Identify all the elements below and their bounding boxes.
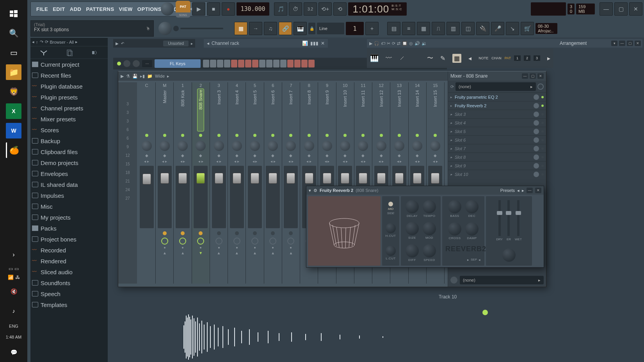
step-button[interactable]	[217, 60, 223, 67]
minimize-icon[interactable]: —	[527, 188, 533, 193]
expand-icon[interactable]: ›	[6, 247, 21, 263]
browser-item[interactable]: Impulses	[30, 190, 108, 201]
mixer-track[interactable]: 3Insert 3◆◂ ▸▲	[210, 82, 228, 284]
browser-item[interactable]: My projects	[30, 212, 108, 223]
fx-slot[interactable]: ▸Slot 5	[448, 127, 546, 135]
fx-slot[interactable]: ▸Slot 8	[448, 153, 546, 161]
dropdown-icon[interactable]: ▸	[75, 39, 78, 44]
up-icon[interactable]: ↑	[36, 40, 38, 44]
step-button[interactable]	[203, 60, 209, 67]
cross-knob[interactable]	[448, 222, 461, 236]
tag-icon[interactable]: 🏷	[381, 41, 385, 46]
prev-icon[interactable]: ◂	[468, 55, 471, 62]
channel-name-button[interactable]: FL Keys	[155, 59, 201, 68]
collapse-icon[interactable]: ◂	[207, 41, 209, 46]
eq-icon[interactable]: ⟳	[450, 84, 454, 89]
note-icon[interactable]: ♪	[6, 303, 21, 319]
browser-item[interactable]: Speech	[30, 288, 108, 299]
next-icon[interactable]: ▸	[547, 55, 550, 62]
dropdown-icon[interactable]: ▾	[611, 41, 617, 46]
mod-knob[interactable]	[423, 222, 436, 235]
mixer-track[interactable]: 7Insert 7◆◂ ▸▲	[282, 82, 300, 284]
dropdown-icon[interactable]: ▾	[309, 188, 311, 193]
out-knob[interactable]	[502, 248, 516, 262]
bass-knob[interactable]	[448, 200, 461, 213]
wifi-icon[interactable]: 📶	[8, 275, 14, 280]
audio-icon[interactable]	[91, 50, 98, 55]
view-plugin-button[interactable]: ◫	[461, 22, 475, 35]
diff-knob[interactable]	[406, 244, 419, 257]
cut-icon[interactable]: ✂	[387, 41, 390, 46]
brave-icon[interactable]: 🦁	[6, 84, 21, 99]
start-button[interactable]	[6, 6, 21, 21]
play-button[interactable]: ▶	[192, 2, 205, 16]
step-button[interactable]	[245, 60, 251, 67]
midi-icon[interactable]: 🎹	[294, 22, 307, 35]
main-volume-knob[interactable]	[161, 2, 174, 16]
folder-icon[interactable]: 📁	[147, 74, 153, 79]
browser-item[interactable]: 〰Plugin presets	[30, 92, 108, 103]
lock-icon[interactable]: 🔒	[308, 23, 315, 34]
browser-item[interactable]: Current project	[30, 59, 108, 70]
channel-group-selector[interactable]: Unsorted	[163, 41, 189, 46]
browser-item[interactable]: 〰Rendered	[30, 256, 108, 266]
step-button[interactable]	[273, 60, 279, 67]
output-icon[interactable]	[450, 277, 457, 284]
bars-icon[interactable]: ▮▮▮	[310, 41, 318, 46]
ripple-icon[interactable]: ⇄	[397, 41, 400, 46]
browser-item[interactable]: 〰Mixer presets	[30, 114, 108, 124]
browser-item[interactable]: 〰Plugin database	[30, 81, 108, 92]
network-icon[interactable]: 🖧	[15, 275, 20, 280]
close-icon[interactable]: ✕	[535, 188, 541, 193]
sound-out-icon[interactable]: 🔊	[415, 41, 420, 46]
mixer-input-select[interactable]: (none)▸	[455, 82, 536, 91]
excel-icon[interactable]: X	[6, 103, 21, 119]
browser-item[interactable]: 〰Sliced audio	[30, 266, 108, 277]
close-all-icon[interactable]: ↘	[506, 22, 519, 35]
collapse-icon[interactable]: ◂	[32, 39, 34, 44]
input-knob[interactable]	[537, 83, 544, 90]
dec-knob[interactable]	[465, 200, 479, 213]
target-icon[interactable]: ◎	[409, 41, 413, 46]
master-pitch-knob[interactable]	[158, 22, 172, 35]
wand-icon[interactable]: ▸▮	[140, 74, 145, 79]
browser-item[interactable]: 〰Scores	[30, 124, 108, 135]
fx-slot[interactable]: ▸Slot 3	[448, 110, 546, 118]
damp-knob[interactable]	[465, 222, 479, 236]
lcut-knob[interactable]	[386, 246, 396, 256]
fx-slot[interactable]: ▸Slot 6	[448, 135, 546, 144]
mixer-output-select[interactable]: (none)▸	[460, 276, 544, 284]
refresh-icon[interactable]: ⟳	[392, 41, 395, 46]
add-pattern-button[interactable]: +	[365, 22, 379, 35]
next-button[interactable]: →	[249, 22, 262, 35]
fl-studio-icon[interactable]: 🍊	[6, 142, 21, 158]
view-pianoroll-button[interactable]: ≡	[402, 22, 415, 35]
minimize-icon[interactable]: —	[619, 41, 625, 46]
close-button[interactable]: ✕	[629, 2, 642, 16]
step-button[interactable]	[238, 60, 244, 67]
graph-icon[interactable]: 📊	[302, 41, 308, 46]
search-icon[interactable]: 🔍	[6, 25, 21, 41]
channel-pan-knob[interactable]	[123, 60, 130, 67]
channel-route[interactable]: ---	[142, 60, 152, 67]
menu-edit[interactable]: EDIT	[50, 5, 68, 14]
copy-icon[interactable]	[66, 49, 73, 56]
loop-icon[interactable]: ⟲	[333, 2, 347, 16]
pencil-icon[interactable]: ✎	[440, 55, 445, 62]
step-button[interactable]	[308, 60, 315, 67]
stop-button[interactable]: ■	[207, 2, 220, 16]
track-led[interactable]	[482, 310, 488, 315]
piano-small-icon[interactable]: ▦	[452, 54, 461, 63]
tempo-tapper-icon[interactable]: 🎤	[491, 22, 504, 35]
envelope-icon[interactable]: 〜	[427, 54, 433, 62]
fx-slot[interactable]: ▸Fruity Reeverb 2	[448, 101, 546, 110]
notifications-icon[interactable]: 💬	[6, 344, 21, 360]
small-knob[interactable]	[173, 26, 179, 31]
play-icon[interactable]: ▶	[121, 74, 124, 79]
mixer-track[interactable]: 6Insert 6◆◂ ▸▲	[264, 82, 282, 284]
mixer-track[interactable]: 2808 Snare◆◂ ▸▼	[192, 82, 210, 284]
task-view-icon[interactable]: ▭	[6, 45, 21, 60]
volume-muted-icon[interactable]: 🔇	[6, 284, 21, 299]
tray-icon[interactable]: ▭	[14, 266, 19, 272]
gear-icon[interactable]: ⚙	[313, 188, 317, 193]
